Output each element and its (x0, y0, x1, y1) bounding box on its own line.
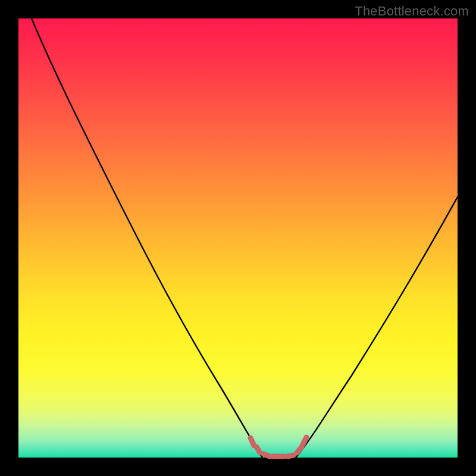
right-curve (296, 197, 458, 458)
curve-overlay (18, 18, 458, 458)
valley-marker (264, 454, 270, 456)
valley-marker (250, 438, 254, 446)
outer-frame: TheBottleneck.com (0, 0, 476, 476)
left-curve (32, 18, 262, 458)
valley-marker (287, 455, 293, 456)
valley-marker (303, 437, 306, 444)
valley-marker-group (250, 437, 306, 456)
valley-marker (256, 447, 260, 453)
valley-marker (297, 447, 302, 453)
watermark-text: TheBottleneck.com (355, 4, 469, 19)
